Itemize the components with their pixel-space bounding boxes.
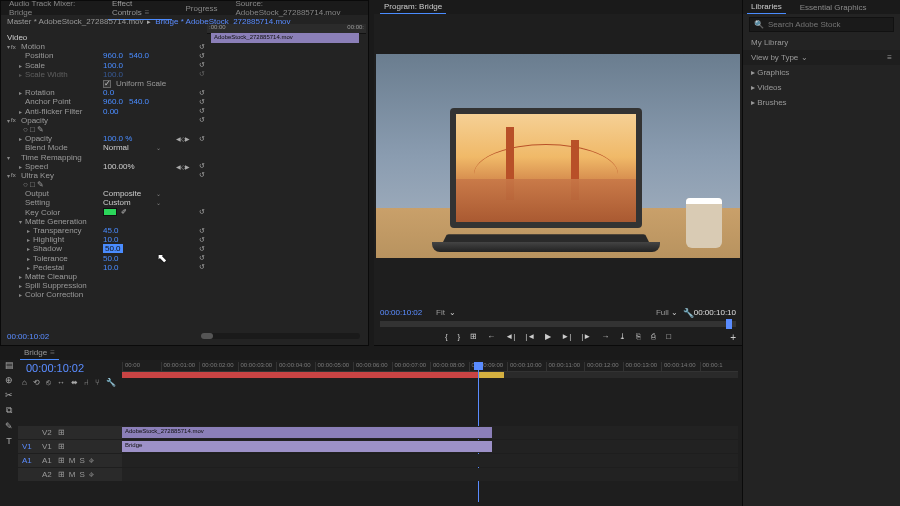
tab-progress[interactable]: Progress — [182, 2, 222, 15]
settings-icon[interactable]: 🔧 — [106, 378, 116, 387]
track-header-v1[interactable]: V1V1⊞ — [18, 440, 122, 453]
insert-icon[interactable]: ⑁ — [84, 378, 89, 387]
mask-ellipse-icon[interactable]: ○ — [23, 180, 28, 189]
output-dropdown[interactable]: Composite — [103, 189, 141, 198]
mask-pen-icon[interactable]: ✎ — [37, 180, 44, 189]
timeline-ruler[interactable]: 00:0000:00:01:0000:00:02:0000:00:03:0000… — [122, 362, 738, 372]
shadow-value[interactable]: 50.0 — [103, 244, 123, 253]
next-frame-button[interactable]: ►| — [561, 332, 571, 341]
my-library-item[interactable]: My Library — [743, 35, 900, 50]
step-back-button[interactable]: ◄| — [505, 332, 515, 341]
program-monitor-panel: Program: Bridge 00:00:10:02 Fit ⌄ Full ⌄… — [374, 0, 742, 346]
library-search[interactable]: 🔍 — [749, 17, 894, 32]
track-header-v2[interactable]: V2⊞ — [18, 426, 122, 439]
mask-rect-icon[interactable]: □ — [30, 180, 35, 189]
eyedropper-icon[interactable]: ✐ — [121, 208, 127, 216]
type-tool-icon[interactable]: T — [6, 436, 12, 446]
track-header-a1[interactable]: A1A1⊞MS⎆ — [18, 454, 122, 467]
quality-dropdown[interactable]: Full ⌄ — [656, 308, 678, 317]
lift-button[interactable]: ⤓ — [619, 332, 626, 341]
group-matte-cleanup[interactable]: Matte Cleanup — [23, 272, 77, 281]
mark-out-button[interactable]: } — [458, 332, 461, 341]
zoom-fit-dropdown[interactable]: Fit ⌄ — [436, 308, 456, 317]
slip-tool-icon[interactable]: ⧉ — [6, 405, 12, 416]
safe-margins-button[interactable]: □ — [666, 332, 671, 341]
highlight-value[interactable]: 10.0 — [103, 235, 119, 244]
speed-value[interactable]: 100.00% — [103, 162, 135, 171]
program-viewer[interactable] — [376, 54, 740, 258]
button-editor-icon[interactable]: + — [730, 332, 736, 343]
mask-ellipse-icon[interactable]: ○ — [23, 125, 28, 134]
track-toggle-output[interactable]: ⊞ — [58, 442, 65, 451]
ec-zoom-scrollbar[interactable] — [201, 333, 360, 339]
snap-icon[interactable]: ⟲ — [33, 378, 40, 387]
mask-pen-icon[interactable]: ✎ — [37, 125, 44, 134]
opacity-value[interactable]: 100.0 % — [103, 134, 132, 143]
group-matte-gen[interactable]: Matte Generation — [23, 217, 87, 226]
tab-program[interactable]: Program: Bridge — [380, 0, 446, 14]
transparency-value[interactable]: 45.0 — [103, 226, 119, 235]
pedestal-value[interactable]: 10.0 — [103, 263, 119, 272]
tab-libraries[interactable]: Libraries — [747, 0, 786, 14]
goto-out-button[interactable]: → — [601, 332, 609, 341]
prev-frame-button[interactable]: |◄ — [525, 332, 535, 341]
mask-rect-icon[interactable]: □ — [30, 125, 35, 134]
step-fwd-button[interactable]: |► — [581, 332, 591, 341]
mark-in-button[interactable]: { — [445, 332, 448, 341]
export-frame-button[interactable]: ⎙ — [651, 332, 656, 341]
anchor-x[interactable]: 960.0 — [103, 97, 123, 106]
clip-v1[interactable]: Bridge — [122, 441, 492, 452]
view-by-dropdown[interactable]: View by Type ⌄ — [751, 53, 808, 62]
fx-ultra-key[interactable]: Ultra Key — [19, 171, 54, 180]
group-spill[interactable]: Spill Suppression — [23, 281, 87, 290]
selection-tool-icon[interactable]: ▤ — [5, 360, 14, 370]
extract-button[interactable]: ⎘ — [636, 332, 641, 341]
program-playhead[interactable] — [726, 319, 732, 329]
razor-tool-icon[interactable]: ✂ — [5, 390, 13, 400]
track-toggle-output[interactable]: ⊞ — [58, 428, 65, 437]
lib-menu-icon[interactable]: ≡ — [887, 53, 892, 62]
setting-dropdown[interactable]: Custom — [103, 198, 131, 207]
pen-tool-icon[interactable]: ✎ — [5, 421, 13, 431]
scale-value[interactable]: 100.0 — [103, 61, 123, 70]
play-button[interactable]: ▶ — [545, 332, 551, 341]
group-color-correction[interactable]: Color Correction — [23, 290, 83, 299]
program-timecode[interactable]: 00:00:10:02 — [380, 308, 422, 317]
clip-v2[interactable]: AdobeStock_272885714.mov — [122, 427, 492, 438]
search-input[interactable] — [768, 20, 889, 29]
goto-in-button[interactable]: ← — [487, 332, 495, 341]
rotation-value[interactable]: 0.0 — [103, 88, 114, 97]
tab-sequence[interactable]: Bridge≡ — [20, 346, 59, 360]
overwrite-icon[interactable]: ⑂ — [95, 378, 100, 387]
track-select-tool-icon[interactable]: ⊕ — [5, 375, 13, 385]
timeline-timecode[interactable]: 00:00:10:02 — [26, 362, 84, 374]
uniform-scale-checkbox[interactable] — [103, 80, 111, 88]
cat-videos[interactable]: ▸ Videos — [743, 80, 900, 95]
add-marker-button[interactable]: ⊞ — [470, 332, 477, 341]
fx-motion[interactable]: Motion — [19, 42, 45, 51]
link-icon[interactable]: ⎋ — [46, 378, 51, 387]
tolerance-value[interactable]: 50.0 — [103, 254, 119, 263]
position-x[interactable]: 960.0 — [103, 51, 123, 60]
transport-controls: { } ⊞ ← ◄| |◄ ▶ ►| |► → ⤓ ⎘ ⎙ □ — [374, 329, 742, 343]
fx-opacity[interactable]: Opacity — [19, 116, 48, 125]
marker-span-icon[interactable]: ↔ — [57, 378, 65, 387]
ec-clip-bar[interactable]: AdobeStock_272885714.mov — [211, 33, 359, 43]
cat-graphics[interactable]: ▸ Graphics — [743, 65, 900, 80]
fx-time-remap[interactable]: Time Remapping — [19, 153, 82, 162]
antiflicker-value[interactable]: 0.00 — [103, 107, 119, 116]
ripple-icon[interactable]: ⬌ — [71, 378, 78, 387]
position-y[interactable]: 540.0 — [129, 51, 149, 60]
ec-timecode[interactable]: 00:00:10:02 — [7, 332, 49, 341]
tab-menu-icon[interactable]: ≡ — [145, 8, 150, 17]
tab-essential-graphics[interactable]: Essential Graphics — [796, 1, 871, 14]
key-color-swatch[interactable] — [103, 208, 117, 216]
blend-mode-dropdown[interactable]: Normal — [103, 143, 129, 152]
nest-icon[interactable]: ⌂ — [22, 378, 27, 387]
program-scrubber[interactable] — [380, 321, 736, 327]
cat-brushes[interactable]: ▸ Brushes — [743, 95, 900, 110]
settings-icon[interactable]: 🔧 — [683, 308, 694, 318]
reset-icon[interactable]: ↺ — [197, 43, 207, 51]
anchor-y[interactable]: 540.0 — [129, 97, 149, 106]
track-header-a2[interactable]: A2⊞MS⎆ — [18, 468, 122, 481]
